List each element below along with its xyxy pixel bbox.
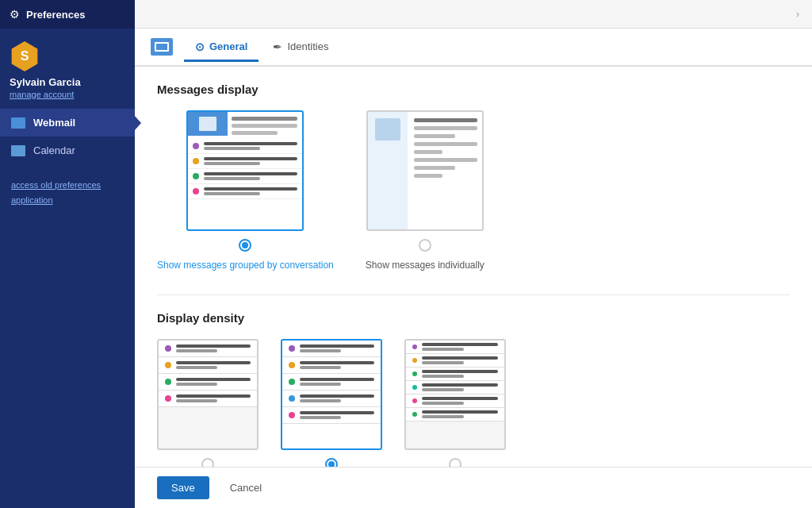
fline8 — [176, 399, 217, 402]
conv-row-4 — [188, 184, 302, 199]
cline11 — [422, 410, 498, 414]
ndot3 — [289, 379, 295, 385]
content-area: Messages display — [135, 67, 812, 467]
nline6 — [300, 383, 341, 386]
envelope-inner — [155, 42, 169, 52]
sidebar-item-webmail[interactable]: Webmail — [0, 109, 135, 137]
cline7 — [204, 187, 297, 190]
access-old-section: access old preferences application — [0, 164, 135, 206]
iline3 — [414, 134, 455, 138]
tab-general[interactable]: ⊙ General — [184, 34, 259, 62]
cline10 — [422, 402, 464, 405]
normal-preview — [281, 339, 382, 450]
header-lines — [232, 117, 297, 135]
cl6 — [422, 410, 498, 418]
conv-lines-1 — [204, 142, 297, 150]
fdot3 — [165, 379, 171, 385]
calendar-icon — [11, 145, 25, 156]
cdot1 — [412, 344, 417, 349]
sidebar-item-calendar[interactable]: Calendar — [0, 137, 135, 164]
conv-lines-4 — [204, 187, 297, 195]
nline2 — [300, 349, 341, 352]
individual-label: Show messages individually — [366, 260, 485, 271]
nline4 — [300, 366, 341, 369]
conv-row-3 — [188, 169, 302, 184]
comp-row-5 — [406, 394, 504, 408]
norm-row-5 — [282, 407, 381, 424]
nline1 — [300, 344, 374, 348]
radio-circle-full[interactable] — [201, 458, 214, 467]
sidebar-header: ⚙ Preferences — [0, 0, 135, 29]
display-density-title: Display density — [157, 311, 790, 325]
indiv-block — [375, 118, 400, 140]
collapse-arrow[interactable]: › — [796, 9, 799, 20]
line3 — [232, 131, 278, 135]
identities-tab-icon: ✒ — [273, 40, 282, 53]
cl5 — [422, 397, 498, 405]
full-row-1 — [159, 341, 257, 357]
fline3 — [176, 361, 251, 364]
cdot4 — [412, 385, 417, 390]
norm-row-2 — [282, 357, 381, 374]
cline7 — [422, 383, 498, 387]
radio-circle-compact[interactable] — [449, 458, 462, 467]
cline9 — [422, 397, 498, 400]
dot-pink — [193, 188, 199, 194]
radio-grouped — [239, 239, 251, 252]
cdot6 — [412, 412, 417, 417]
nl3 — [300, 378, 374, 386]
dot-yellow — [193, 158, 199, 164]
density-full[interactable]: Full — [157, 339, 259, 467]
fline4 — [176, 366, 217, 369]
comp-row-6 — [406, 408, 504, 421]
line2 — [232, 124, 297, 128]
display-options: Show messages grouped by conversation — [157, 110, 790, 271]
access-old-link[interactable]: access old preferences application — [11, 180, 101, 205]
radio-circle-individual[interactable] — [419, 239, 431, 252]
fl2 — [176, 361, 251, 369]
ndot1 — [289, 345, 295, 352]
indiv-left — [368, 112, 408, 229]
option-individual[interactable]: Show messages individually — [366, 110, 485, 271]
radio-circle-normal[interactable] — [325, 458, 338, 467]
save-button[interactable]: Save — [157, 476, 209, 499]
ndot2 — [289, 362, 295, 368]
option-grouped[interactable]: Show messages grouped by conversation — [157, 110, 334, 271]
compact-preview — [404, 339, 506, 450]
nl5 — [300, 411, 374, 419]
envelope-icon — [151, 38, 173, 56]
user-name: Sylvain Garcia — [10, 76, 81, 88]
iline7 — [414, 166, 455, 170]
chat-icon — [199, 117, 216, 131]
cancel-button[interactable]: Cancel — [219, 476, 273, 499]
cline4 — [204, 162, 260, 165]
full-row-3 — [159, 374, 257, 391]
density-compact[interactable]: Compact — [404, 339, 506, 467]
radio-circle-grouped[interactable] — [239, 239, 251, 252]
tabs: ⊙ General ✒ Identities — [135, 29, 812, 67]
iline6 — [414, 158, 477, 162]
iline4 — [414, 142, 477, 146]
conv-row-1 — [188, 139, 302, 154]
nl4 — [300, 394, 374, 402]
cl3 — [422, 370, 498, 378]
webmail-label: Webmail — [33, 117, 75, 129]
cdot5 — [412, 398, 417, 403]
fl1 — [176, 344, 251, 352]
cline8 — [204, 192, 260, 195]
fline1 — [176, 344, 251, 348]
cdot3 — [412, 371, 417, 376]
density-normal[interactable]: Normal — [281, 339, 382, 467]
iline2 — [414, 126, 477, 130]
tab-identities[interactable]: ✒ Identities — [262, 34, 339, 62]
general-tab-icon: ⊙ — [195, 40, 205, 53]
cline4 — [422, 361, 464, 364]
manage-account-link[interactable]: manage account — [10, 90, 74, 99]
divider — [157, 294, 790, 295]
radio-individual — [419, 239, 431, 252]
fdot2 — [165, 362, 171, 368]
cline6 — [204, 177, 260, 180]
conv-row-2 — [188, 154, 302, 169]
fl3 — [176, 378, 251, 386]
tab-general-label: General — [209, 40, 247, 52]
